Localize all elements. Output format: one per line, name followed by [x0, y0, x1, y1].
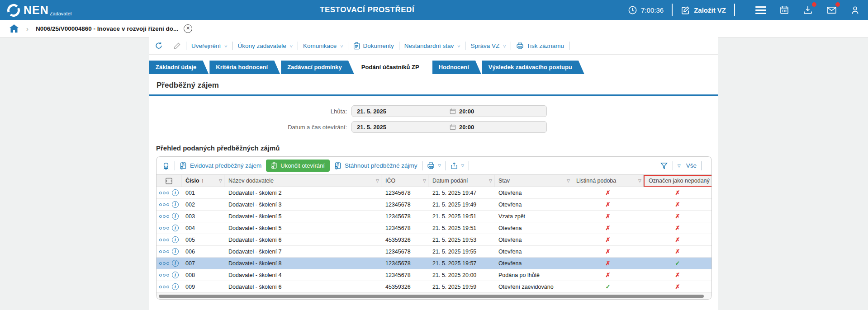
nen-logo[interactable]: NEN Zadavatel — [0, 1, 71, 19]
messages-button[interactable] — [825, 4, 837, 16]
table-row[interactable]: i 005 Dodavatel - školení 6 45359326 21.… — [157, 234, 711, 246]
history-button[interactable] — [155, 42, 163, 50]
row-menu-icon[interactable] — [159, 227, 169, 230]
table-row[interactable]: i 002 Dodavatel - školení 3 12345678 21.… — [157, 199, 711, 211]
info-icon[interactable]: i — [172, 272, 179, 278]
column-header[interactable]: Číslo ↑ ▽ — [181, 175, 224, 187]
info-icon[interactable]: i — [172, 201, 179, 208]
scrollbar-thumb[interactable] — [159, 295, 704, 298]
table-row[interactable]: i 001 Dodavatel - školení 2 12345678 21.… — [157, 187, 711, 199]
tab-kritéria-hodnocení[interactable]: Kritéria hodnocení — [209, 61, 280, 74]
cell-nepodany: ✗ — [644, 248, 711, 255]
sort-asc-icon: ↑ — [201, 178, 216, 184]
cell-ico: 12345678 — [381, 225, 428, 231]
info-icon[interactable]: i — [172, 283, 179, 290]
row-menu-icon[interactable] — [159, 274, 169, 277]
menu-button[interactable] — [755, 4, 767, 16]
info-icon[interactable]: i — [172, 236, 179, 243]
funnel-icon — [660, 162, 668, 170]
cell-nepodany: ✗ — [644, 213, 711, 220]
filter-all-button[interactable]: ▽ Vše — [678, 162, 697, 169]
row-menu-icon[interactable] — [159, 250, 169, 253]
cell-cislo: 002 — [181, 202, 224, 208]
menu-uverejneni[interactable]: Uveřejnění▽ — [191, 42, 227, 49]
cell-datum: 21. 5. 2025 19:51 — [428, 225, 494, 231]
cell-nepodany: ✗ — [644, 189, 711, 196]
tab-podání-účastníků-zp[interactable]: Podání účastníků ZP — [355, 61, 432, 74]
finish-opening-button[interactable]: Ukončit otevírání — [266, 160, 330, 172]
table-row[interactable]: i 003 Dodavatel - školení 5 12345678 21.… — [157, 211, 711, 222]
divider — [469, 161, 469, 170]
row-menu-icon[interactable] — [159, 192, 169, 194]
column-header[interactable]: Název dodavatele ▽ — [224, 175, 381, 187]
calendar-icon[interactable] — [450, 108, 456, 114]
lhuta-datetime-field[interactable]: 21. 5. 2025 20:00 — [351, 105, 547, 117]
breadcrumb-tab-title[interactable]: N006/25/V00004860 - Inovace v rozvoji ří… — [36, 25, 178, 32]
filter-caret-icon[interactable]: ▽ — [489, 178, 492, 183]
row-menu-icon[interactable] — [159, 215, 169, 218]
print-record-button[interactable]: Tisk záznamu — [516, 42, 564, 50]
column-header[interactable]: Datum podání ▽ — [428, 175, 494, 187]
cell-stav: Otevření zaevidováno — [494, 284, 572, 290]
column-header[interactable]: Označen jako nepodaný — [644, 175, 712, 187]
menu-komunikace[interactable]: Komunikace▽ — [303, 42, 343, 49]
create-vz-button[interactable]: Založit VZ — [681, 5, 726, 15]
cell-ico: 12345678 — [381, 190, 428, 196]
oteviranidatetime-field[interactable]: 21. 5. 2025 20:00 — [351, 121, 547, 133]
column-header[interactable]: Stav ▽ — [494, 175, 572, 187]
divider — [422, 161, 422, 170]
tab-zadávací-podmínky[interactable]: Zadávací podmínky — [281, 61, 354, 74]
filter-caret-icon[interactable]: ▽ — [219, 178, 222, 183]
cross-icon: ✗ — [606, 225, 611, 231]
filter-button[interactable] — [660, 162, 668, 170]
row-menu-icon[interactable] — [159, 286, 169, 288]
cell-cislo: 007 — [181, 260, 224, 267]
calendar-icon[interactable] — [450, 124, 456, 130]
divider — [446, 161, 446, 170]
tab-výsledek-zadávacího-postupu[interactable]: Výsledek zadávacího postupu — [482, 61, 584, 74]
filter-caret-icon[interactable]: ▽ — [567, 178, 570, 183]
clock-icon — [628, 5, 637, 15]
table-row[interactable]: i 004 Dodavatel - školení 5 12345678 21.… — [157, 222, 711, 234]
register-interest-button[interactable]: Evidovat předběžný zájem — [180, 162, 261, 169]
record-tabs: Základní údaje Kritéria hodnocení Zadáva… — [149, 61, 718, 74]
info-icon[interactable]: i — [172, 248, 179, 255]
form-row: Lhůta: 21. 5. 2025 20:00 — [149, 105, 718, 117]
info-icon[interactable]: i — [172, 225, 179, 231]
export-button[interactable]: ▽ — [451, 162, 464, 169]
table-row[interactable]: i 009 Dodavatel - školení 6 45359326 21.… — [157, 281, 711, 293]
menu-dokumenty[interactable]: Dokumenty — [353, 42, 394, 50]
divider — [673, 161, 673, 170]
calendar-button[interactable] — [778, 4, 790, 16]
menu-ukony-zadavatele[interactable]: Úkony zadavatele▽ — [237, 42, 292, 49]
tab-hodnocení[interactable]: Hodnocení — [432, 61, 481, 74]
close-tab-icon[interactable]: ✕ — [184, 24, 192, 33]
print-table-button[interactable]: ▽ — [427, 162, 441, 169]
home-icon[interactable] — [9, 24, 19, 33]
info-icon[interactable]: i — [172, 260, 179, 267]
info-icon[interactable]: i — [172, 189, 179, 196]
table-row[interactable]: i 008 Dodavatel - školení 4 12345678 21.… — [157, 269, 711, 281]
column-header[interactable]: Listinná podoba ▽ — [572, 175, 644, 187]
profile-button[interactable] — [849, 4, 861, 16]
column-header[interactable]: IČO ▽ — [381, 175, 428, 187]
filter-caret-icon[interactable]: ▽ — [423, 178, 426, 183]
row-menu-icon[interactable] — [159, 203, 169, 206]
row-menu-icon[interactable] — [159, 262, 169, 265]
info-icon[interactable]: i — [172, 213, 179, 220]
seal-button[interactable] — [162, 162, 170, 170]
filter-caret-icon[interactable]: ▽ — [376, 178, 379, 183]
session-clock: 7:00:36 — [628, 5, 664, 15]
menu-sprava-vz[interactable]: Správa VZ▽ — [470, 42, 506, 49]
column-settings-header[interactable] — [157, 175, 181, 187]
menu-nestandardni-stav[interactable]: Nestandardní stav▽ — [404, 42, 460, 49]
table-row[interactable]: i 007 Dodavatel - školení 8 12345678 21.… — [157, 258, 711, 269]
inbox-button[interactable] — [802, 4, 814, 16]
filter-caret-icon[interactable]: ▽ — [638, 178, 641, 183]
edit-record-button[interactable] — [173, 42, 181, 50]
download-interests-button[interactable]: Stáhnout předběžné zájmy — [334, 162, 417, 169]
divider — [298, 42, 298, 50]
table-row[interactable]: i 006 Dodavatel - školení 7 12345678 21.… — [157, 246, 711, 258]
tab-základní-údaje[interactable]: Základní údaje — [149, 61, 209, 74]
row-menu-icon[interactable] — [159, 239, 169, 241]
